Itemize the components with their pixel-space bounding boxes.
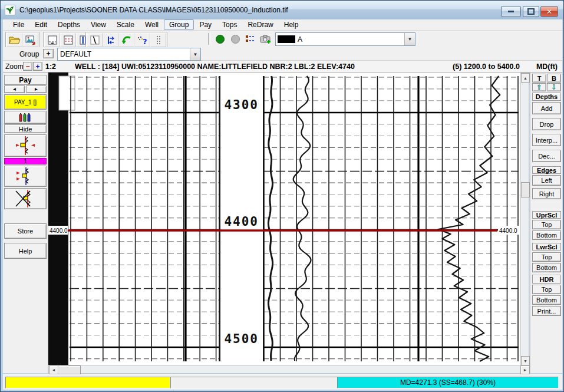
menu-tops[interactable]: Tops <box>217 19 242 30</box>
dots-track-button[interactable] <box>150 33 166 47</box>
file-tool-group <box>5 32 39 48</box>
menu-depths[interactable]: Depths <box>52 19 85 30</box>
group-toolbar: Group + DEFAULT ▼ <box>3 47 562 61</box>
list-button[interactable] <box>243 33 258 45</box>
dec-button[interactable]: Dec... <box>532 150 561 162</box>
arrow-left-icon: ◄ <box>12 87 17 92</box>
menu-file[interactable]: File <box>8 19 29 30</box>
lwrscl-top-button[interactable]: Top <box>532 252 561 262</box>
erase-pay-button[interactable] <box>4 188 47 209</box>
title-bar: C:\geoplus1\Projects\SOONER DATA CLASS\I… <box>1 1 563 19</box>
list-items-icon <box>245 34 256 44</box>
edge-right-button[interactable]: Right <box>532 188 561 199</box>
undo-arrow-icon <box>121 35 133 45</box>
capture-button[interactable] <box>259 33 273 45</box>
zoom-out-button[interactable]: − <box>23 62 32 71</box>
app-icon[interactable] <box>5 5 15 15</box>
menu-bar: File Edit Depths View Scale Well Group P… <box>3 19 562 31</box>
store-button[interactable]: Store <box>4 223 47 239</box>
pay-prev-button[interactable]: ◄ <box>4 85 25 93</box>
scroll-depth-down-button[interactable]: ⇩ <box>547 83 561 91</box>
open-folder-icon <box>9 35 21 45</box>
vertical-scrollbar[interactable]: ▲ ▼ <box>520 73 529 365</box>
restore-button[interactable] <box>523 6 539 17</box>
export-image-icon <box>25 35 37 45</box>
group-select-arrow[interactable]: ▼ <box>190 48 200 60</box>
menu-redraw[interactable]: ReDraw <box>242 19 278 30</box>
hdr-bottom-button[interactable]: Bottom <box>532 295 561 305</box>
undo-button[interactable] <box>118 33 134 47</box>
scroll-right-button[interactable]: ► <box>520 365 530 374</box>
hide-button[interactable]: Hide <box>4 124 47 133</box>
status-depth-readout: MD=4271.3 (SS=468.7) (30%) <box>337 377 559 388</box>
uprscl-header: UprScl <box>532 211 561 219</box>
horizontal-scrollbar[interactable]: ◄ ► <box>48 365 529 374</box>
group-select[interactable]: DEFAULT ▼ <box>57 48 201 61</box>
save-image-button[interactable] <box>22 33 38 47</box>
menu-scale[interactable]: Scale <box>111 19 140 30</box>
vertical-scroll-thumb[interactable] <box>521 182 530 197</box>
scroll-up-icon: ▲ <box>523 76 527 80</box>
hdr-top-button[interactable]: Top <box>532 285 561 294</box>
md-readout-text: MD=4271.3 (SS=468.7) (30%) <box>400 378 496 387</box>
application-window: C:\geoplus1\Projects\SOONER DATA CLASS\I… <box>0 0 564 392</box>
interp-button[interactable]: Interp... <box>532 134 561 146</box>
print-button[interactable]: Print... <box>532 306 561 316</box>
minimize-button[interactable] <box>501 6 521 17</box>
layer-select-arrow[interactable]: ▼ <box>404 33 415 45</box>
page-redlines-icon <box>62 35 74 45</box>
spray-help-icon: ? <box>137 35 149 45</box>
help-button[interactable]: Help <box>4 243 47 259</box>
scroll-left-button[interactable]: ◄ <box>49 365 58 374</box>
scroll-depth-up-button[interactable]: ⇧ <box>532 83 546 91</box>
menu-pay[interactable]: Pay <box>194 19 217 30</box>
scale-bottom-button[interactable] <box>44 33 60 47</box>
log-canvas[interactable]: 4300440045004400.04400.0 <box>48 73 520 365</box>
scale-lines-button[interactable] <box>60 33 76 47</box>
layer-select[interactable]: A ▼ <box>275 32 415 46</box>
menu-help[interactable]: Help <box>279 19 304 30</box>
pay-item-button[interactable]: PAY_1 [] <box>4 94 47 110</box>
uprscl-bottom-button[interactable]: Bottom <box>532 230 561 240</box>
close-icon: ✕ <box>546 8 552 15</box>
top-button[interactable]: T <box>532 74 546 83</box>
menu-well[interactable]: Well <box>140 19 164 30</box>
group-add-button[interactable]: + <box>43 49 54 58</box>
menu-edit[interactable]: Edit <box>29 19 52 30</box>
scroll-left-icon: ◄ <box>52 368 56 372</box>
uprscl-top-button[interactable]: Top <box>532 220 561 229</box>
drop-depth-button[interactable]: Drop <box>532 118 561 130</box>
edge-left-button[interactable]: Left <box>532 175 561 186</box>
curve-slant-icon <box>89 35 101 45</box>
track-indicator[interactable]: 1 <box>4 158 47 164</box>
page-bottom-icon <box>47 35 58 45</box>
layer-select-value: A <box>295 35 404 44</box>
lwrscl-header: LwrScl <box>532 243 561 251</box>
scroll-right-icon: ► <box>523 368 527 372</box>
bottom-button[interactable]: B <box>547 74 561 83</box>
add-depth-button[interactable]: Add <box>532 102 561 114</box>
gray-status-button[interactable] <box>228 33 242 45</box>
pay-next-button[interactable]: ► <box>26 85 47 93</box>
depth-scale-button[interactable] <box>103 33 118 47</box>
scroll-down-button[interactable]: ▼ <box>521 356 530 365</box>
pick-pay2-button[interactable] <box>4 166 47 187</box>
depth-units: MD(ft) <box>536 62 558 71</box>
green-status-button[interactable] <box>213 33 227 45</box>
close-button[interactable]: ✕ <box>540 6 558 17</box>
digitize-curve-button[interactable] <box>87 33 103 47</box>
pick-pay-button[interactable] <box>4 134 47 157</box>
lwrscl-bottom-button[interactable]: Bottom <box>532 263 561 272</box>
menu-group[interactable]: Group <box>164 19 194 30</box>
horizontal-scroll-thumb[interactable] <box>58 365 81 374</box>
group-select-value: DEFAULT <box>58 50 190 58</box>
svg-text:?: ? <box>143 37 147 45</box>
pay-colors-button[interactable] <box>4 111 47 124</box>
minimize-icon <box>508 11 514 12</box>
menu-view[interactable]: View <box>85 19 111 30</box>
zoom-in-button[interactable]: + <box>33 62 42 71</box>
scroll-up-button[interactable]: ▲ <box>521 73 530 83</box>
open-image-button[interactable] <box>6 33 22 47</box>
context-help-button[interactable]: ? <box>134 33 150 47</box>
depth-tool-group: ? <box>85 32 167 48</box>
